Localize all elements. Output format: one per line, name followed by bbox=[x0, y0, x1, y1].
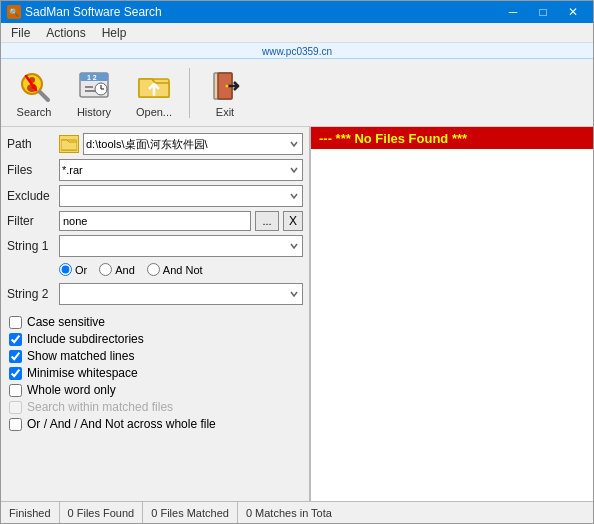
open-button-label: Open... bbox=[136, 106, 172, 118]
svg-point-19 bbox=[226, 84, 229, 87]
exclude-select[interactable] bbox=[59, 185, 303, 207]
open-button[interactable]: Open... bbox=[125, 63, 183, 123]
path-select[interactable]: d:\tools\桌面\河东软件园\ bbox=[83, 133, 303, 155]
status-files-matched: 0 Files Matched bbox=[143, 502, 238, 523]
status-matches-total: 0 Matches in Tota bbox=[238, 502, 593, 523]
menu-help[interactable]: Help bbox=[94, 24, 135, 42]
string1-label: String 1 bbox=[7, 239, 55, 253]
close-button[interactable]: ✕ bbox=[559, 3, 587, 21]
string1-row: String 1 bbox=[7, 235, 303, 257]
exit-button-label: Exit bbox=[216, 106, 234, 118]
history-icon: 1 2 bbox=[76, 68, 112, 104]
checkbox-case-sensitive[interactable]: Case sensitive bbox=[9, 315, 303, 329]
svg-line-3 bbox=[40, 92, 48, 100]
exclude-row: Exclude bbox=[7, 185, 303, 207]
checkbox-include-subdirs[interactable]: Include subdirectories bbox=[9, 332, 303, 346]
checkbox-whole-word[interactable]: Whole word only bbox=[9, 383, 303, 397]
filter-browse-button[interactable]: ... bbox=[255, 211, 279, 231]
checkbox-or-and-andnot[interactable]: Or / And / And Not across whole file bbox=[9, 417, 303, 431]
menu-bar: File Actions Help bbox=[1, 23, 593, 43]
path-browse-icon[interactable] bbox=[59, 135, 79, 153]
history-button[interactable]: 1 2 History bbox=[65, 63, 123, 123]
status-bar: Finished 0 Files Found 0 Files Matched 0… bbox=[1, 501, 593, 523]
right-panel: --- *** No Files Found *** bbox=[311, 127, 593, 501]
minimize-button[interactable]: ─ bbox=[499, 3, 527, 21]
watermark: www.pc0359.cn bbox=[1, 43, 593, 59]
status-finished: Finished bbox=[1, 502, 60, 523]
search-button-label: Search bbox=[17, 106, 52, 118]
results-body bbox=[311, 149, 593, 501]
window-title: SadMan Software Search bbox=[25, 5, 499, 19]
filter-label: Filter bbox=[7, 214, 55, 228]
files-row: Files *.rar bbox=[7, 159, 303, 181]
search-icon bbox=[16, 68, 52, 104]
exit-icon bbox=[207, 68, 243, 104]
files-select[interactable]: *.rar bbox=[59, 159, 303, 181]
string2-label: String 2 bbox=[7, 287, 55, 301]
radio-and[interactable]: And bbox=[99, 263, 135, 276]
open-icon bbox=[136, 68, 172, 104]
svg-text:1 2: 1 2 bbox=[87, 74, 97, 81]
app-icon: 🔍 bbox=[7, 5, 21, 19]
string2-row: String 2 bbox=[7, 283, 303, 305]
path-row: Path d:\tools\桌面\河东软件园\ bbox=[7, 133, 303, 155]
files-label: Files bbox=[7, 163, 55, 177]
title-bar: 🔍 SadMan Software Search ─ □ ✕ bbox=[1, 1, 593, 23]
path-label: Path bbox=[7, 137, 55, 151]
menu-actions[interactable]: Actions bbox=[38, 24, 93, 42]
main-window: 🔍 SadMan Software Search ─ □ ✕ File Acti… bbox=[0, 0, 594, 524]
main-area: Path d:\tools\桌面\河东软件园\ Files *.rar bbox=[1, 127, 593, 501]
checkbox-minimise-whitespace[interactable]: Minimise whitespace bbox=[9, 366, 303, 380]
window-controls: ─ □ ✕ bbox=[499, 3, 587, 21]
string2-select[interactable] bbox=[59, 283, 303, 305]
radio-or[interactable]: Or bbox=[59, 263, 87, 276]
checkboxes-area: Case sensitive Include subdirectories Sh… bbox=[7, 315, 303, 431]
menu-file[interactable]: File bbox=[3, 24, 38, 42]
maximize-button[interactable]: □ bbox=[529, 3, 557, 21]
left-panel: Path d:\tools\桌面\河东软件园\ Files *.rar bbox=[1, 127, 311, 501]
toolbar: Search 1 2 Hist bbox=[1, 59, 593, 127]
search-button[interactable]: Search bbox=[5, 63, 63, 123]
string1-select[interactable] bbox=[59, 235, 303, 257]
radio-group: Or And And Not bbox=[59, 263, 303, 276]
history-button-label: History bbox=[77, 106, 111, 118]
toolbar-separator bbox=[189, 68, 190, 118]
exit-button[interactable]: Exit bbox=[196, 63, 254, 123]
exclude-label: Exclude bbox=[7, 189, 55, 203]
radio-andnot[interactable]: And Not bbox=[147, 263, 203, 276]
results-header: --- *** No Files Found *** bbox=[311, 127, 593, 149]
status-files-found: 0 Files Found bbox=[60, 502, 144, 523]
filter-row: Filter none ... X bbox=[7, 211, 303, 231]
filter-value: none bbox=[59, 211, 251, 231]
filter-clear-button[interactable]: X bbox=[283, 211, 303, 231]
checkbox-show-matched[interactable]: Show matched lines bbox=[9, 349, 303, 363]
checkbox-search-within: Search within matched files bbox=[9, 400, 303, 414]
